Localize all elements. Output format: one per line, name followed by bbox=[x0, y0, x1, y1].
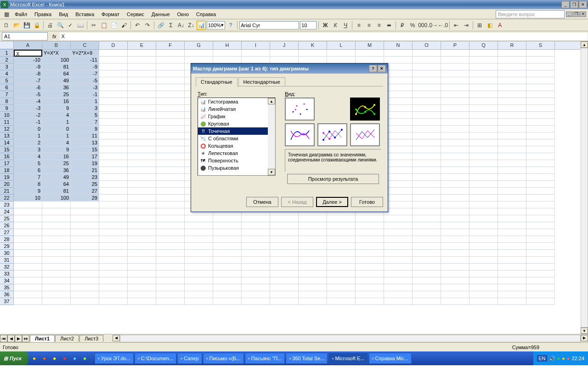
cell[interactable] bbox=[270, 222, 299, 229]
cell[interactable]: 8 bbox=[14, 181, 42, 188]
cell[interactable] bbox=[498, 250, 526, 257]
align-right-icon[interactable]: ≡ bbox=[374, 21, 384, 30]
cell[interactable] bbox=[469, 208, 498, 215]
taskbar-item[interactable]: ▫Письмо «(Б... bbox=[203, 353, 244, 364]
cell[interactable]: 49 bbox=[42, 174, 71, 181]
cell[interactable] bbox=[156, 153, 185, 160]
cell[interactable] bbox=[14, 236, 42, 243]
cell[interactable] bbox=[413, 188, 441, 195]
cell[interactable] bbox=[71, 236, 99, 243]
cell[interactable] bbox=[413, 277, 441, 284]
cell[interactable] bbox=[156, 132, 185, 139]
chart-type-list[interactable]: 📊Гистограмма📊Линейчатая📈График🟢Круговая⠿… bbox=[198, 98, 276, 176]
cell[interactable] bbox=[71, 257, 99, 264]
cell[interactable] bbox=[413, 298, 441, 305]
row-header[interactable]: 25 bbox=[0, 215, 14, 222]
cell[interactable] bbox=[498, 298, 526, 305]
cell[interactable]: -4 bbox=[14, 98, 42, 105]
cell[interactable] bbox=[128, 277, 156, 284]
cell[interactable] bbox=[185, 243, 213, 250]
cell[interactable] bbox=[498, 243, 526, 250]
cell[interactable] bbox=[469, 201, 498, 208]
cell[interactable] bbox=[99, 146, 128, 153]
cell[interactable]: 9 bbox=[14, 188, 42, 195]
cell[interactable]: 11 bbox=[71, 132, 99, 139]
cell[interactable] bbox=[327, 264, 356, 270]
sheet-prev-button[interactable]: ◀ bbox=[7, 335, 15, 342]
cell[interactable] bbox=[469, 57, 498, 63]
cell[interactable] bbox=[128, 153, 156, 160]
cell[interactable] bbox=[128, 126, 156, 132]
preview-result-button[interactable]: Просмотр результата bbox=[287, 174, 379, 184]
chart-type-item[interactable]: 🗺Поверхность bbox=[198, 157, 275, 164]
cell[interactable]: -3 bbox=[71, 84, 99, 91]
cell[interactable] bbox=[498, 160, 526, 167]
cell[interactable]: 25 bbox=[71, 181, 99, 188]
cell[interactable]: 81 bbox=[42, 63, 71, 70]
cell[interactable] bbox=[14, 264, 42, 270]
cell[interactable] bbox=[99, 277, 128, 284]
cell[interactable] bbox=[42, 201, 71, 208]
cell[interactable] bbox=[441, 160, 469, 167]
cell[interactable] bbox=[14, 270, 42, 277]
cell[interactable] bbox=[242, 277, 270, 284]
cell[interactable] bbox=[71, 298, 99, 305]
cell[interactable] bbox=[498, 181, 526, 188]
dec-decimal-icon[interactable]: ←.0 bbox=[438, 21, 447, 30]
wb-restore-button[interactable]: ❐ bbox=[573, 12, 579, 17]
scroll-up-button[interactable]: ▲ bbox=[581, 41, 588, 48]
align-left-icon[interactable]: ≡ bbox=[354, 21, 363, 30]
cell[interactable] bbox=[213, 270, 242, 277]
cell[interactable] bbox=[356, 50, 384, 57]
cell[interactable] bbox=[156, 70, 185, 77]
cell[interactable] bbox=[469, 132, 498, 139]
cell[interactable] bbox=[384, 277, 413, 284]
cell[interactable] bbox=[128, 84, 156, 91]
cell[interactable] bbox=[413, 70, 441, 77]
cell[interactable] bbox=[270, 284, 299, 291]
cell[interactable] bbox=[384, 208, 413, 215]
row-header[interactable]: 18 bbox=[0, 167, 14, 174]
cell[interactable] bbox=[526, 201, 555, 208]
cell[interactable] bbox=[384, 188, 413, 195]
cell[interactable] bbox=[156, 50, 185, 57]
cell[interactable] bbox=[526, 146, 555, 153]
cell[interactable]: 2 bbox=[14, 139, 42, 146]
row-header[interactable]: 20 bbox=[0, 181, 14, 188]
row-header[interactable]: 31 bbox=[0, 257, 14, 264]
cell[interactable] bbox=[413, 264, 441, 270]
cell[interactable] bbox=[526, 70, 555, 77]
cell[interactable] bbox=[498, 195, 526, 201]
cell[interactable] bbox=[498, 174, 526, 181]
col-header[interactable]: K bbox=[299, 41, 327, 49]
cell[interactable] bbox=[42, 236, 71, 243]
cell[interactable]: -2 bbox=[14, 112, 42, 119]
cell[interactable]: -8 bbox=[14, 70, 42, 77]
cell[interactable] bbox=[42, 215, 71, 222]
chart-wizard-icon[interactable]: 📊 bbox=[197, 21, 206, 30]
cell[interactable] bbox=[299, 50, 327, 57]
cell[interactable] bbox=[469, 284, 498, 291]
cell[interactable]: 27 bbox=[71, 188, 99, 195]
cell[interactable] bbox=[384, 57, 413, 63]
merge-icon[interactable]: ⬌ bbox=[384, 21, 394, 30]
cell[interactable] bbox=[14, 277, 42, 284]
menu-данные[interactable]: Данные bbox=[148, 11, 174, 18]
cell[interactable] bbox=[156, 63, 185, 70]
row-header[interactable]: 1 bbox=[0, 50, 14, 57]
cell[interactable] bbox=[526, 264, 555, 270]
cell[interactable]: 64 bbox=[42, 70, 71, 77]
cell[interactable]: 4 bbox=[14, 153, 42, 160]
cell[interactable] bbox=[413, 105, 441, 112]
cell[interactable] bbox=[526, 132, 555, 139]
cell[interactable] bbox=[156, 167, 185, 174]
row-header[interactable]: 15 bbox=[0, 146, 14, 153]
minimize-button[interactable]: _ bbox=[561, 1, 570, 8]
cell[interactable] bbox=[441, 243, 469, 250]
cell[interactable] bbox=[185, 291, 213, 298]
cell[interactable] bbox=[384, 119, 413, 126]
cell[interactable] bbox=[469, 112, 498, 119]
cell[interactable] bbox=[156, 229, 185, 236]
cell[interactable] bbox=[128, 50, 156, 57]
cell[interactable] bbox=[71, 222, 99, 229]
